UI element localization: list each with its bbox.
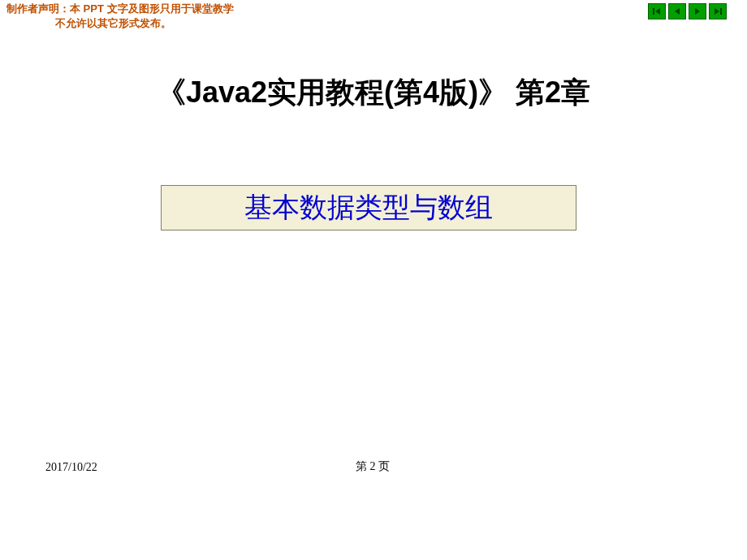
last-page-icon — [713, 6, 723, 16]
page-title: 《Java2实用教程(第4版)》 第2章 — [0, 73, 747, 113]
footer-page: 第 2 页 — [356, 459, 390, 474]
svg-rect-5 — [720, 8, 722, 15]
last-page-button[interactable] — [709, 3, 727, 19]
next-page-icon — [693, 6, 702, 16]
subtitle: 基本数据类型与数组 — [244, 189, 493, 226]
first-page-button[interactable] — [648, 3, 666, 19]
svg-rect-0 — [653, 8, 654, 15]
first-page-icon — [652, 6, 662, 16]
top-bar: 制作者声明：本 PPT 文字及图形只用于课堂教学 不允许以其它形式发布。 — [0, 0, 747, 29]
subtitle-box: 基本数据类型与数组 — [161, 185, 576, 230]
svg-marker-3 — [695, 8, 700, 15]
next-page-button[interactable] — [689, 3, 706, 19]
footer-date: 2017/10/22 — [45, 461, 97, 474]
disclaimer-line2: 不允许以其它形式发布。 — [6, 16, 234, 31]
nav-buttons — [648, 0, 747, 19]
prev-page-icon — [672, 6, 682, 16]
svg-marker-2 — [675, 8, 680, 15]
disclaimer-line1: 制作者声明：本 PPT 文字及图形只用于课堂教学 — [6, 2, 234, 16]
svg-marker-4 — [715, 8, 719, 15]
prev-page-button[interactable] — [668, 3, 686, 19]
disclaimer: 制作者声明：本 PPT 文字及图形只用于课堂教学 不允许以其它形式发布。 — [0, 0, 234, 31]
svg-marker-1 — [655, 8, 660, 15]
